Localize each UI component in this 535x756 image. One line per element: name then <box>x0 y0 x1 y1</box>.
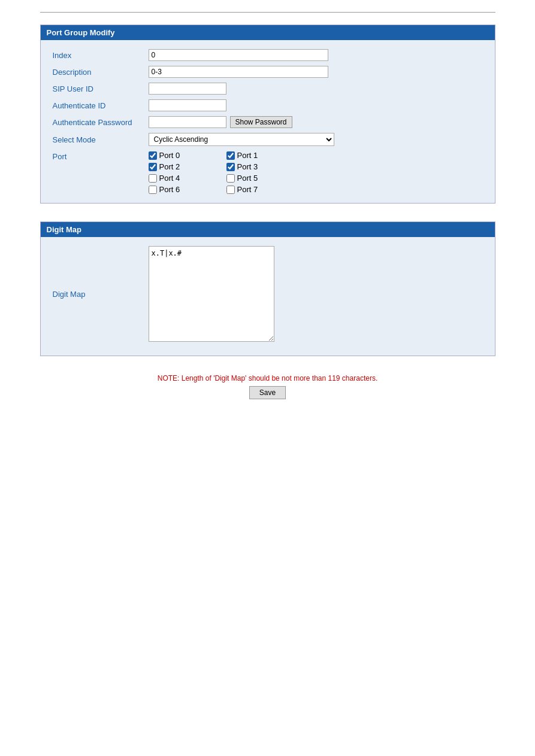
port-1-item[interactable]: Port 1 <box>226 151 298 160</box>
port-6-checkbox[interactable] <box>149 186 157 194</box>
sip-user-id-label: SIP User ID <box>53 84 149 93</box>
authenticate-password-input[interactable] <box>149 116 226 128</box>
port-0-label: Port 0 <box>159 151 180 160</box>
port-3-label: Port 3 <box>237 162 258 171</box>
authenticate-id-row: Authenticate ID <box>53 99 483 111</box>
port-2-item[interactable]: Port 2 <box>149 162 220 171</box>
sip-user-id-row: SIP User ID <box>53 83 483 95</box>
port-2-checkbox[interactable] <box>149 163 157 171</box>
top-divider <box>40 12 495 13</box>
show-password-button[interactable]: Show Password <box>230 116 292 128</box>
authenticate-id-input[interactable] <box>149 99 226 111</box>
port-7-checkbox[interactable] <box>226 186 235 194</box>
authenticate-password-label: Authenticate Password <box>53 118 149 127</box>
port-label: Port <box>53 151 149 161</box>
authenticate-password-row: Authenticate Password Show Password <box>53 116 483 128</box>
port-2-label: Port 2 <box>159 162 180 171</box>
sip-user-id-input[interactable] <box>149 83 226 95</box>
port-5-label: Port 5 <box>237 174 258 183</box>
port-4-label: Port 4 <box>159 174 180 183</box>
port-7-item[interactable]: Port 7 <box>226 185 298 194</box>
port-5-checkbox[interactable] <box>226 174 235 183</box>
digit-map-panel: Digit Map Digit Map x.T|x.# <box>40 221 495 356</box>
index-label: Index <box>53 51 149 60</box>
port-0-item[interactable]: Port 0 <box>149 151 220 160</box>
select-mode-label: Select Mode <box>53 135 149 144</box>
port-7-label: Port 7 <box>237 185 258 194</box>
select-mode-row: Select Mode Cyclic Ascending Cyclic Desc… <box>53 133 483 146</box>
port-4-checkbox[interactable] <box>149 174 157 183</box>
port-0-checkbox[interactable] <box>149 151 157 160</box>
port-3-checkbox[interactable] <box>226 163 235 171</box>
digit-map-row: Digit Map x.T|x.# <box>53 246 483 342</box>
port-grid: Port 0 Port 1 Port 2 Port 3 <box>149 151 298 194</box>
digit-map-label: Digit Map <box>53 290 149 299</box>
port-group-panel: Port Group Modify Index Description SIP … <box>40 25 495 204</box>
port-row: Port Port 0 Port 1 Port 2 <box>53 151 483 194</box>
select-mode-dropdown[interactable]: Cyclic Ascending Cyclic Descending Linea… <box>149 133 334 146</box>
port-group-panel-title: Port Group Modify <box>41 25 495 40</box>
digit-map-textarea[interactable]: x.T|x.# <box>149 246 274 342</box>
port-4-item[interactable]: Port 4 <box>149 174 220 183</box>
index-input[interactable] <box>149 49 328 61</box>
save-button[interactable]: Save <box>249 386 286 399</box>
port-6-item[interactable]: Port 6 <box>149 185 220 194</box>
digit-map-note: NOTE: Length of 'Digit Map' should be no… <box>40 374 495 382</box>
port-1-checkbox[interactable] <box>226 151 235 160</box>
index-row: Index <box>53 49 483 61</box>
description-row: Description <box>53 66 483 78</box>
port-6-label: Port 6 <box>159 185 180 194</box>
port-1-label: Port 1 <box>237 151 258 160</box>
description-input[interactable] <box>149 66 328 78</box>
digit-map-panel-title: Digit Map <box>41 222 495 237</box>
port-3-item[interactable]: Port 3 <box>226 162 298 171</box>
description-label: Description <box>53 68 149 77</box>
port-5-item[interactable]: Port 5 <box>226 174 298 183</box>
authenticate-id-label: Authenticate ID <box>53 101 149 110</box>
